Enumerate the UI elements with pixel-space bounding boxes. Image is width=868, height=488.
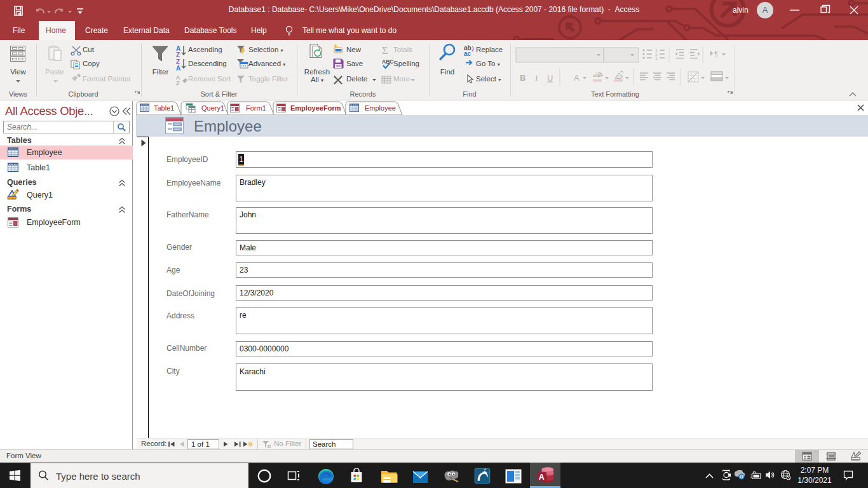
svg-text:¶: ¶ — [714, 50, 718, 58]
svg-text:Z: Z — [176, 51, 180, 58]
svg-text:A: A — [574, 73, 580, 83]
svg-text:I: I — [534, 73, 538, 83]
svg-text:B: B — [520, 73, 526, 83]
svg-text:3: 3 — [655, 56, 658, 60]
svg-text:Σ: Σ — [382, 44, 388, 57]
svg-text:ABC: ABC — [382, 58, 393, 65]
svg-text:ac: ac — [464, 50, 471, 57]
svg-text:Z: Z — [176, 80, 180, 86]
svg-text:A: A — [539, 473, 545, 482]
svg-text:U: U — [547, 73, 553, 83]
